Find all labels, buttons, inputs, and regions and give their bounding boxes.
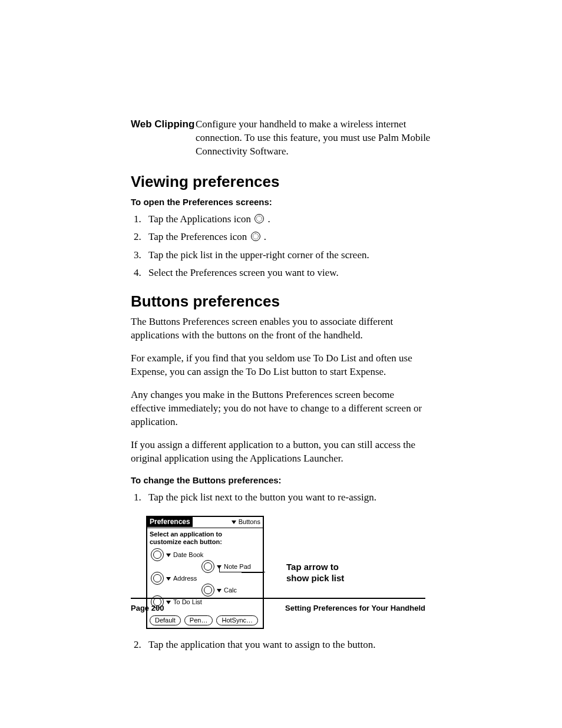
palm-hotsync-button[interactable]: HotSync… [216,615,258,625]
callout-line1: Tap arrow to [286,562,339,572]
step-4: Select the Preferences screen you want t… [144,265,431,281]
palm-footer: Default Pen… HotSync… [147,612,263,628]
dropdown-arrow-icon [166,577,171,581]
picklist-calc[interactable]: Calc [217,587,237,594]
palm-instruction: Select an application to customize each … [147,528,263,547]
change-step-1: Tap the pick list next to the button you… [144,490,431,505]
step-2-text-a: Tap the Preferences icon [148,231,250,242]
picklist-notepad-label: Note Pad [224,564,251,570]
picklist-datebook[interactable]: Date Book [166,552,203,558]
picklist-datebook-label: Date Book [173,552,203,558]
definition-desc: Configure your handheld to make a wirele… [196,118,431,159]
palm-picklist-label: Buttons [239,519,260,525]
palm-default-button[interactable]: Default [150,615,181,625]
picklist-address[interactable]: Address [166,575,197,582]
step-1-text-a: Tap the Applications icon [148,213,253,225]
page-footer: Page 200 Setting Preferences for Your Ha… [131,604,425,612]
applications-icon [254,214,264,223]
palm-instr-line2: customize each button: [150,538,222,545]
picklist-calc-label: Calc [224,587,237,594]
dropdown-arrow-icon [232,521,236,524]
chapter-title: Setting Preferences for Your Handheld [285,604,425,612]
buttons-p4: If you assign a different application to… [131,439,431,466]
palm-category-picklist[interactable]: Buttons [232,519,263,525]
definition-row: Web Clipping Configure your handheld to … [131,118,431,159]
heading-buttons-preferences: Buttons preferences [131,292,431,311]
palm-titlebar: Preferences Buttons [147,517,263,528]
palm-instr-line1: Select an application to [150,531,222,538]
change-step-2: Tap the application that you want to ass… [144,637,431,653]
palm-body: Date Book Note Pad Address [147,547,263,612]
buttons-p1: The Buttons Preferences screen enables y… [131,315,431,342]
steps-change-buttons: Tap the pick list next to the button you… [131,490,431,505]
preferences-icon [251,232,260,241]
notepad-hw-icon [201,560,214,573]
page-content: Web Clipping Configure your handheld to … [131,118,431,664]
step-1: Tap the Applications icon . [144,212,431,227]
calc-hw-icon [201,584,214,597]
callout-line2: show pick list [286,573,344,583]
buttons-p2: For example, if you find that you seldom… [131,352,431,379]
step-1-text-b: . [267,213,270,225]
dropdown-arrow-icon [166,554,171,557]
heading-viewing-preferences: Viewing preferences [131,173,431,191]
callout-connector [242,572,264,573]
steps-open-preferences: Tap the Applications icon . Tap the Pref… [131,212,431,281]
picklist-notepad[interactable]: Note Pad [217,564,251,570]
dropdown-arrow-icon [217,589,222,592]
footer-rule [131,598,425,599]
address-hw-icon [151,572,164,585]
steps-change-buttons-cont: Tap the application that you want to ass… [131,637,431,653]
datebook-hw-icon [151,548,164,561]
subhead-open-preferences: To open the Preferences screens: [131,197,431,207]
palm-pen-button[interactable]: Pen… [184,615,213,625]
step-2-text-b: . [264,231,266,242]
subhead-change-buttons: To change the Buttons preferences: [131,475,431,485]
picklist-address-label: Address [173,575,197,582]
step-2: Tap the Preferences icon . [144,229,431,245]
page-number: Page 200 [131,604,164,612]
definition-term: Web Clipping [131,118,196,131]
buttons-p3: Any changes you make in the Buttons Pref… [131,388,431,429]
step-3: Tap the pick list in the upper-right cor… [144,248,431,263]
palm-title: Preferences [147,517,193,527]
document-page: Web Clipping Configure your handheld to … [0,0,562,728]
callout-pointer-v [219,568,220,572]
figure-callout: Tap arrow to show pick list [286,561,344,584]
